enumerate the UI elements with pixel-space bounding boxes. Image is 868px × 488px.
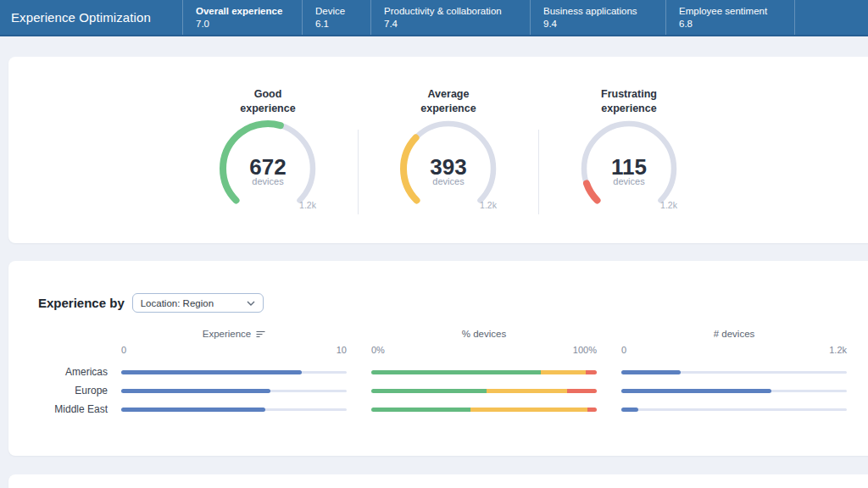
bar-fill [621,370,681,374]
chevron-down-icon [247,301,255,306]
tab-label: Productivity & collaboration [384,6,530,17]
stacked-bar-americas [371,370,597,374]
row-label: Middle East [8,400,121,419]
tab-label: Device [315,6,370,17]
bar-track [621,408,847,411]
section-title: Experience by [38,296,125,310]
tab-bar-filler [794,0,868,35]
tab-score: 6.1 [315,19,370,29]
gauge-unit: devices [252,176,284,186]
chart-title-experience: Experience [121,328,347,340]
chart-row-europe: Europe [8,381,868,400]
bar-fill [621,408,638,412]
tab-overall-experience[interactable]: Overall experience7.0 [182,0,302,35]
bottom-card [8,474,868,488]
bar-experience-middle-east [121,408,347,412]
tab-score: 6.8 [679,19,794,29]
gauge-unit: devices [613,176,645,186]
experience-by-header: Experience by Location: Region [8,261,868,313]
experience-by-card: Experience by Location: Region Experienc… [8,261,868,456]
tab-score: 9.4 [543,19,665,29]
stacked-bar-europe [371,389,597,393]
tab-productivity-collaboration[interactable]: Productivity & collaboration7.4 [370,0,530,35]
row-label: Europe [8,381,121,400]
axis-min: 0 [121,345,126,357]
chart-row-americas: Americas [8,363,868,381]
tab-score: 7.0 [196,19,302,29]
gauge-chart: 115devices1.2k [573,119,685,214]
top-nav: Experience Optimization Overall experien… [0,0,868,36]
segment-frustrating [586,370,597,374]
segment-frustrating [567,389,597,393]
bar-fill [121,389,270,393]
chart-title-devices: # devices [621,328,847,340]
gauge-group: Goodexperience672devices1.2kAverageexper… [8,57,868,214]
bar-experience-americas [121,370,347,374]
chart-row-middle-east: Middle East [8,400,868,419]
gauge-max-label: 1.2k [299,200,317,210]
gauge-title: Averageexperience [420,87,476,116]
bar-fill [121,370,302,374]
axis-max: 1.2k [829,345,847,357]
segment-good [371,370,541,374]
axis-max: 100% [573,345,597,357]
axis-max: 10 [337,345,347,357]
bar-devices-europe [621,389,847,393]
gauge-max-label: 1.2k [480,200,498,210]
stacked-bar-middle-east [371,408,597,412]
gauge-title: Frustratingexperience [601,87,657,116]
segment-good [371,389,487,393]
experience-summary-card: Goodexperience672devices1.2kAverageexper… [8,57,868,243]
tab-bar: Overall experience7.0Device6.1Productivi… [182,0,868,35]
chart-axis-row: 0100%100%01.2k [8,345,868,357]
gauge-frustrating-experience: Frustratingexperience115devices1.2k [539,87,719,214]
sort-icon[interactable] [256,330,265,338]
segment-average [487,389,568,393]
gauge-max-label: 1.2k [660,200,678,210]
gauge-unit: devices [432,176,465,186]
bar-fill [621,389,771,393]
gauge-title: Goodexperience [240,87,295,116]
chart-title-devices: % devices [371,328,597,340]
tab-employee-sentiment[interactable]: Employee sentiment6.8 [665,0,794,35]
bar-experience-europe [121,389,347,393]
segment-average [541,370,586,374]
gauge-chart: 393devices1.2k [392,119,504,214]
row-label: Americas [8,363,121,381]
bar-fill [121,408,265,412]
gauge-good-experience: Goodexperience672devices1.2k [178,87,358,214]
axis-min: 0% [371,345,385,357]
axis-min: 0 [621,345,626,357]
axis-experience: 010 [121,345,347,357]
tab-label: Employee sentiment [679,6,794,17]
segment-frustrating [587,408,597,412]
gauge-average-experience: Averageexperience393devices1.2k [359,87,538,214]
breakdown-select[interactable]: Location: Region [132,293,264,313]
chart-header-row: Experience% devices# devices [8,328,868,340]
segment-average [470,408,587,412]
axis-devices: 01.2k [621,345,847,357]
page-title: Experience Optimization [0,0,182,35]
tab-label: Overall experience [196,6,302,17]
axis-devices: 0%100% [371,345,597,357]
bar-devices-middle-east [621,408,847,412]
tab-business-applications[interactable]: Business applications9.4 [530,0,665,35]
bar-devices-americas [621,370,847,374]
tab-label: Business applications [543,6,665,17]
segment-good [371,408,470,412]
breakdown-select-value: Location: Region [141,298,214,308]
tab-score: 7.4 [384,19,530,29]
gauge-chart: 672devices1.2k [212,119,324,214]
tab-device[interactable]: Device6.1 [302,0,370,35]
breakdown-charts: Experience% devices# devices0100%100%01.… [8,328,868,419]
